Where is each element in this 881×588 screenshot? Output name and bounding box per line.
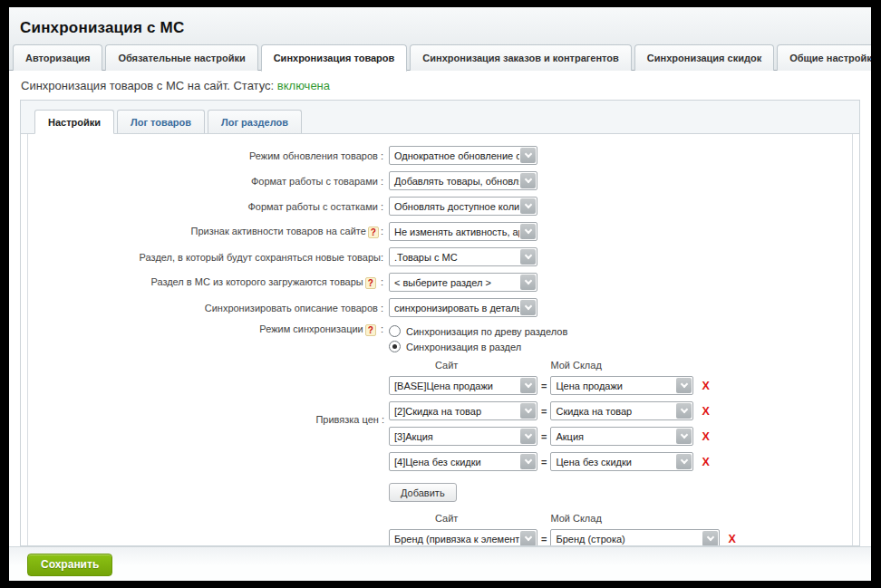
settings-panel: Настройки Лог товаров Лог разделов Режим… <box>20 100 860 546</box>
dropdown-arrow-icon <box>520 148 536 163</box>
page-header: Синхронизация с МС Авторизация Обязатель… <box>9 7 871 71</box>
tab-section-log[interactable]: Лог разделов <box>208 110 302 133</box>
equals-sign: = <box>541 457 547 468</box>
field-label: Формат работы с остатками : <box>28 201 384 212</box>
dropdown-arrow-icon <box>676 429 692 444</box>
form-row: Раздел в МС из которого загружаются това… <box>28 273 852 292</box>
dropdown-arrow-icon <box>520 173 536 188</box>
equals-sign: = <box>541 406 547 417</box>
sync-status-line: Синхронизация товаров с МС на сайт. Стат… <box>21 79 871 92</box>
help-icon[interactable]: ? <box>365 324 376 336</box>
dropdown-arrow-icon <box>520 378 536 393</box>
dropdown-arrow-icon <box>520 403 536 419</box>
field-label: Режим синхронизации? : <box>28 323 384 354</box>
remove-row-button[interactable]: X <box>702 380 709 392</box>
inner-tab-bar: Настройки Лог товаров Лог разделов <box>21 101 859 134</box>
price-binding-row: [3]Акция = Акция X <box>28 427 852 446</box>
ms-section-select[interactable]: < выберите раздел > <box>389 273 537 292</box>
ms-attr-select[interactable]: Бренд (строка) <box>550 529 720 545</box>
dropdown-arrow-icon <box>520 275 536 290</box>
products-format-select[interactable]: Добавлять товары, обновлять то <box>389 171 537 190</box>
ms-price-select[interactable]: Цена без скидки <box>550 452 693 471</box>
ms-column-header: Мой Склад <box>550 360 601 371</box>
field-label: Признак активности товаров на сайте?: <box>28 226 384 238</box>
app-window: Синхронизация с МС Авторизация Обязатель… <box>9 7 871 581</box>
save-button[interactable]: Сохранить <box>27 554 112 576</box>
price-binding-row: [4]Цена без скидки = Цена без скидки X <box>28 452 852 471</box>
dropdown-arrow-icon <box>520 198 536 214</box>
sync-mode-option-tree[interactable]: Синхронизация по древу разделов <box>389 323 567 339</box>
dropdown-arrow-icon <box>520 429 536 444</box>
settings-form: Режим обновления товаров : Однократное о… <box>27 134 853 545</box>
field-label: Синхронизировать описание товаров : <box>28 303 384 313</box>
dropdown-arrow-icon <box>676 454 692 469</box>
form-row: Раздел, в который будут сохраняться новы… <box>28 247 852 266</box>
radio-unchecked-icon[interactable] <box>389 325 401 337</box>
price-binding-header: Сайт Мой Склад <box>28 360 852 371</box>
equals-sign: = <box>541 431 547 442</box>
ms-price-select[interactable]: Скидка на товар <box>550 401 693 420</box>
tab-product-sync[interactable]: Синхронизация товаров <box>261 44 408 72</box>
add-price-binding-button[interactable]: Добавить <box>389 483 457 502</box>
remove-row-button[interactable]: X <box>702 430 709 443</box>
main-tab-bar: Авторизация Обязательные настройки Синхр… <box>13 43 871 71</box>
attr-binding-group: Сайт Мой Склад Бренд (привязка к элемент… <box>28 513 852 545</box>
footer-bar: Сохранить <box>9 546 871 581</box>
form-row: Признак активности товаров на сайте?: Не… <box>28 222 852 241</box>
site-column-header: Сайт <box>435 513 458 524</box>
dropdown-arrow-icon <box>520 249 536 265</box>
sync-mode-option-section[interactable]: Синхронизация в раздел <box>389 339 567 354</box>
price-binding-group: Привязка цен : Сайт Мой Склад [BASE]Цена… <box>28 360 852 502</box>
tab-discount-sync[interactable]: Синхронизация скидок <box>634 44 774 71</box>
sync-mode-group: Режим синхронизации? : Синхронизация по … <box>28 323 852 354</box>
site-price-select[interactable]: [BASE]Цена продажи <box>389 376 537 395</box>
field-label: Режим обновления товаров : <box>28 150 384 161</box>
field-label: Раздел в МС из которого загружаются това… <box>28 276 384 289</box>
sync-status-text: Синхронизация товаров с МС на сайт. Стат… <box>21 79 274 92</box>
dropdown-arrow-icon <box>520 531 536 545</box>
update-mode-select[interactable]: Однократное обновление с после <box>389 146 537 165</box>
dropdown-arrow-icon <box>676 378 692 393</box>
remove-row-button[interactable]: X <box>702 405 709 418</box>
radio-checked-icon[interactable] <box>389 341 401 352</box>
tab-orders-sync[interactable]: Синхронизация заказов и контрагентов <box>410 44 632 71</box>
dropdown-arrow-icon <box>676 403 692 419</box>
dropdown-arrow-icon <box>520 300 536 315</box>
ms-column-header: Мой Склад <box>550 513 601 524</box>
remove-row-button[interactable]: X <box>728 533 735 545</box>
form-row: Режим обновления товаров : Однократное о… <box>28 146 852 165</box>
stock-format-select[interactable]: Обновлять доступное количеств <box>389 197 537 216</box>
content-area: Синхронизация товаров с МС на сайт. Стат… <box>9 71 871 546</box>
dropdown-arrow-icon <box>520 454 536 469</box>
target-section-select[interactable]: .Товары с МС <box>389 247 537 266</box>
form-row: Формат работы с остатками : Обновлять до… <box>28 197 852 216</box>
activity-flag-select[interactable]: Не изменять активность, архивн <box>389 222 537 241</box>
form-row: Синхронизировать описание товаров : синх… <box>28 298 852 317</box>
field-label: Формат работы с товарами : <box>28 176 384 187</box>
ms-price-select[interactable]: Акция <box>550 427 693 446</box>
tab-settings[interactable]: Настройки <box>34 110 114 134</box>
equals-sign: = <box>541 381 547 391</box>
site-price-select[interactable]: [3]Акция <box>389 427 537 446</box>
equals-sign: = <box>541 534 547 545</box>
help-icon[interactable]: ? <box>368 227 379 238</box>
attr-binding-header: Сайт Мой Склад <box>28 513 852 524</box>
price-binding-row: [BASE]Цена продажи = Цена продажи X <box>28 376 852 395</box>
site-price-select[interactable]: [4]Цена без скидки <box>389 452 537 471</box>
tab-general-settings[interactable]: Общие настройки <box>777 44 871 71</box>
page-title: Синхронизация с МС <box>9 7 871 37</box>
ms-price-select[interactable]: Цена продажи <box>550 376 693 395</box>
remove-row-button[interactable]: X <box>702 456 709 468</box>
form-row: Формат работы с товарами : Добавлять тов… <box>28 171 852 190</box>
attr-binding-row: Бренд (привязка к элементам) = Бренд (ст… <box>28 529 852 545</box>
help-icon[interactable]: ? <box>365 277 376 289</box>
site-attr-select[interactable]: Бренд (привязка к элементам) <box>389 529 537 545</box>
description-sync-select[interactable]: синхронизировать в детальное о <box>389 298 537 317</box>
price-binding-label: Привязка цен : <box>28 414 384 425</box>
site-price-select[interactable]: [2]Скидка на товар <box>389 401 537 420</box>
tab-required-settings[interactable]: Обязательные настройки <box>105 44 257 71</box>
sync-status-value: включена <box>277 79 330 92</box>
tab-product-log[interactable]: Лог товаров <box>117 110 205 133</box>
dropdown-arrow-icon <box>702 531 718 545</box>
tab-authorization[interactable]: Авторизация <box>13 44 102 71</box>
